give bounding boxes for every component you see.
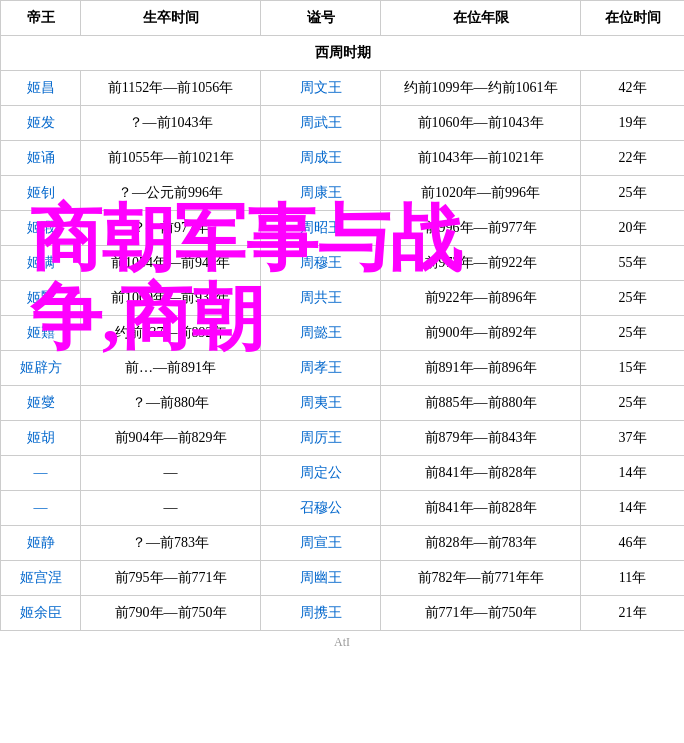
cell-years: 15年 [581, 351, 685, 386]
header-title: 谥号 [261, 1, 381, 36]
cell-title: 周文王 [261, 71, 381, 106]
cell-title: 周厉王 [261, 421, 381, 456]
cell-life: 前1000年—前931年 [81, 281, 261, 316]
cell-life: 约前937—前892年 [81, 316, 261, 351]
cell-years: 21年 [581, 596, 685, 631]
cell-years: 19年 [581, 106, 685, 141]
table-row: ——召穆公前841年—前828年14年 [1, 491, 685, 526]
cell-emperor: 姬宫涅 [1, 561, 81, 596]
table-row: 姬瑕？—前977年周昭王前996年—前977年20年 [1, 211, 685, 246]
header-emperor: 帝王 [1, 1, 81, 36]
cell-title: 周幽王 [261, 561, 381, 596]
cell-life: 前795年—前771年 [81, 561, 261, 596]
cell-life: — [81, 456, 261, 491]
cell-years: 25年 [581, 386, 685, 421]
cell-life: 前904年—前829年 [81, 421, 261, 456]
cell-reign-range: 前900年—前892年 [381, 316, 581, 351]
table-row: 姬昌前1152年—前1056年周文王约前1099年—约前1061年42年 [1, 71, 685, 106]
cell-reign-range: 前1043年—前1021年 [381, 141, 581, 176]
cell-reign-range: 前996年—前977年 [381, 211, 581, 246]
cell-reign-range: 前841年—前828年 [381, 491, 581, 526]
cell-life: ？—前977年 [81, 211, 261, 246]
cell-title: 周宣王 [261, 526, 381, 561]
cell-reign-range: 前879年—前843年 [381, 421, 581, 456]
header-years: 在位时间 [581, 1, 685, 36]
header-life: 生卒时间 [81, 1, 261, 36]
table-row: ——周定公前841年—前828年14年 [1, 456, 685, 491]
cell-title: 周共王 [261, 281, 381, 316]
cell-title: 周孝王 [261, 351, 381, 386]
cell-emperor: — [1, 491, 81, 526]
section-header-row: 西周时期 [1, 36, 685, 71]
table-header-row: 帝王 生卒时间 谥号 在位年限 在位时间 [1, 1, 685, 36]
cell-life: 前…—前891年 [81, 351, 261, 386]
table-row: 姬发？—前1043年周武王前1060年—前1043年19年 [1, 106, 685, 141]
table-row: 姬宫涅前795年—前771年周幽王前782年—前771年年11年 [1, 561, 685, 596]
cell-years: 55年 [581, 246, 685, 281]
cell-life: 前1055年—前1021年 [81, 141, 261, 176]
table-row: 姬燮？—前880年周夷王前885年—前880年25年 [1, 386, 685, 421]
table-row: 姬满前1054年—前949年周穆王前977年—前922年55年 [1, 246, 685, 281]
cell-emperor: 姬昌 [1, 71, 81, 106]
table-row: 姬辟方前…—前891年周孝王前891年—前896年15年 [1, 351, 685, 386]
cell-emperor: 姬余臣 [1, 596, 81, 631]
cell-life: 前790年—前750年 [81, 596, 261, 631]
cell-years: 25年 [581, 176, 685, 211]
cell-reign-range: 前782年—前771年年 [381, 561, 581, 596]
cell-emperor: 姬满 [1, 246, 81, 281]
cell-emperor: 姬诵 [1, 141, 81, 176]
header-reign-range: 在位年限 [381, 1, 581, 36]
cell-years: 25年 [581, 316, 685, 351]
cell-reign-range: 前841年—前828年 [381, 456, 581, 491]
cell-emperor: 姬钊 [1, 176, 81, 211]
cell-reign-range: 前1020年—前996年 [381, 176, 581, 211]
cell-title: 周成王 [261, 141, 381, 176]
cell-title: 周定公 [261, 456, 381, 491]
table-row: 姬胡前904年—前829年周厉王前879年—前843年37年 [1, 421, 685, 456]
footer-text: AtI [0, 631, 684, 654]
cell-reign-range: 约前1099年—约前1061年 [381, 71, 581, 106]
cell-years: 46年 [581, 526, 685, 561]
cell-reign-range: 前922年—前896年 [381, 281, 581, 316]
cell-life: ？—前1043年 [81, 106, 261, 141]
cell-title: 召穆公 [261, 491, 381, 526]
cell-life: 前1054年—前949年 [81, 246, 261, 281]
cell-life: ？—前880年 [81, 386, 261, 421]
cell-emperor: 姬发 [1, 106, 81, 141]
cell-reign-range: 前885年—前880年 [381, 386, 581, 421]
cell-reign-range: 前828年—前783年 [381, 526, 581, 561]
cell-life: ？—前783年 [81, 526, 261, 561]
cell-life: ？—公元前996年 [81, 176, 261, 211]
cell-title: 周夷王 [261, 386, 381, 421]
cell-years: 22年 [581, 141, 685, 176]
cell-life: — [81, 491, 261, 526]
cell-title: 周武王 [261, 106, 381, 141]
cell-title: 周穆王 [261, 246, 381, 281]
cell-title: 周昭王 [261, 211, 381, 246]
cell-emperor: 姬静 [1, 526, 81, 561]
cell-emperor: 姬胡 [1, 421, 81, 456]
cell-years: 42年 [581, 71, 685, 106]
cell-reign-range: 前1060年—前1043年 [381, 106, 581, 141]
cell-years: 14年 [581, 491, 685, 526]
cell-years: 25年 [581, 281, 685, 316]
cell-years: 11年 [581, 561, 685, 596]
cell-reign-range: 前977年—前922年 [381, 246, 581, 281]
cell-years: 14年 [581, 456, 685, 491]
cell-emperor: 姬燮 [1, 386, 81, 421]
table-row: 姬余臣前790年—前750年周携王前771年—前750年21年 [1, 596, 685, 631]
table-row: 姬钊？—公元前996年周康王前1020年—前996年25年 [1, 176, 685, 211]
cell-years: 20年 [581, 211, 685, 246]
cell-emperor: 姬囏 [1, 316, 81, 351]
table-row: 姬繄前1000年—前931年周共王前922年—前896年25年 [1, 281, 685, 316]
table-row: 姬诵前1055年—前1021年周成王前1043年—前1021年22年 [1, 141, 685, 176]
cell-reign-range: 前771年—前750年 [381, 596, 581, 631]
table-row: 姬囏约前937—前892年周懿王前900年—前892年25年 [1, 316, 685, 351]
cell-years: 37年 [581, 421, 685, 456]
cell-emperor: — [1, 456, 81, 491]
cell-title: 周康王 [261, 176, 381, 211]
table-row: 姬静？—前783年周宣王前828年—前783年46年 [1, 526, 685, 561]
cell-title: 周携王 [261, 596, 381, 631]
cell-emperor: 姬瑕 [1, 211, 81, 246]
cell-reign-range: 前891年—前896年 [381, 351, 581, 386]
